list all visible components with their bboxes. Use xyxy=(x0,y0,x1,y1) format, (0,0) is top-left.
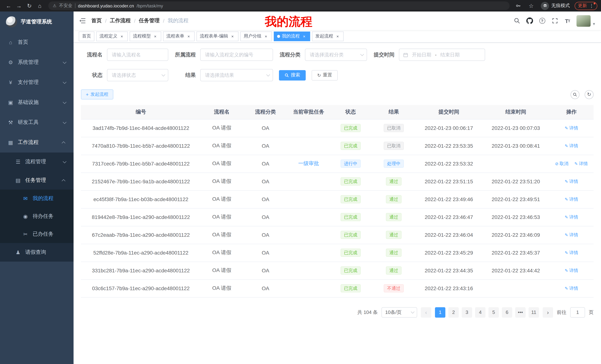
tab[interactable]: 首页 xyxy=(79,31,94,41)
tab[interactable]: 发起流程 × xyxy=(312,31,344,41)
toggle-search-button[interactable] xyxy=(571,90,580,99)
page-button[interactable]: 4 xyxy=(475,307,485,317)
breadcrumb-item[interactable]: 任务管理 xyxy=(139,18,160,24)
tab[interactable]: 流程定义 × xyxy=(96,31,128,41)
close-icon[interactable]: × xyxy=(230,34,235,39)
cell-result: 通过 xyxy=(372,244,415,262)
page-button[interactable]: 3 xyxy=(462,307,472,317)
tab[interactable]: 我的流程 × xyxy=(274,31,310,41)
page-button[interactable]: 5 xyxy=(489,307,499,317)
sidebar-item-todo-task[interactable]: ◉ 待办任务 xyxy=(0,207,74,225)
detail-link[interactable]: ✎详情 xyxy=(574,161,588,167)
page-button[interactable]: 11 xyxy=(529,307,539,317)
reset-button[interactable]: ↻ 重置 xyxy=(312,70,338,80)
bookmark-star-icon[interactable]: ☆ xyxy=(526,1,536,10)
sidebar-item-leave-query[interactable]: ♟ 请假查询 xyxy=(0,243,74,262)
fullscreen-icon[interactable] xyxy=(551,17,558,24)
sidebar-item-task-management[interactable]: ▤ 任务管理 xyxy=(0,171,74,190)
cancel-link[interactable]: ⊘取消 xyxy=(555,161,568,167)
tab-label: 用户分组 xyxy=(244,33,261,39)
close-icon[interactable]: × xyxy=(119,34,124,39)
app-logo[interactable]: 芋道管理系统 xyxy=(0,11,74,32)
detail-link[interactable]: ✎详情 xyxy=(565,179,578,185)
sidebar-item-done-task[interactable]: ✂ 已办任务 xyxy=(0,225,74,243)
cell-current-task xyxy=(288,190,329,208)
result-select[interactable]: 请选择流结果 xyxy=(200,69,273,81)
detail-icon: ✎ xyxy=(565,215,568,220)
detail-link[interactable]: ✎详情 xyxy=(565,232,578,238)
tab[interactable]: 流程模型 × xyxy=(130,31,161,41)
close-icon[interactable]: × xyxy=(335,34,340,39)
page-size-select[interactable]: 10条/页 xyxy=(381,307,417,317)
page-button[interactable]: 2 xyxy=(448,307,459,317)
close-icon[interactable]: × xyxy=(302,34,307,39)
tab[interactable]: 流程表单 × xyxy=(163,31,195,41)
detail-link[interactable]: ✎详情 xyxy=(565,250,578,256)
browser-actions: ☆ 无痕模式 更新 ⋮ xyxy=(513,1,597,10)
detail-link[interactable]: ✎详情 xyxy=(565,125,578,131)
task-link[interactable]: 一级审批 xyxy=(298,160,319,166)
result-tag: 已取消 xyxy=(384,142,404,150)
category-select[interactable]: 请选择流程分类 xyxy=(305,49,367,61)
search-button[interactable]: 搜索 xyxy=(279,70,306,80)
process-name-input[interactable] xyxy=(107,49,168,61)
cell-submit-time: 2022-01-22 23:44:35 xyxy=(415,262,482,279)
close-icon[interactable]: × xyxy=(153,34,158,39)
prev-page-button[interactable]: ‹ xyxy=(421,307,431,317)
submit-time-range-picker[interactable]: 开始日期 - 结束日期 xyxy=(399,49,485,61)
user-menu[interactable]: ▼ xyxy=(576,15,596,27)
sidebar-item-label: 支付管理 xyxy=(18,79,39,86)
sidebar-item-home[interactable]: ⌂ 首页 xyxy=(0,32,74,52)
result-tag: 已取消 xyxy=(384,124,404,132)
breadcrumb-item[interactable]: 工作流程 xyxy=(110,18,131,24)
reload-icon[interactable]: ↻ xyxy=(25,1,34,10)
result-label: 结果 xyxy=(174,72,196,78)
search-icon[interactable] xyxy=(513,17,521,24)
detail-link[interactable]: ✎详情 xyxy=(565,268,578,274)
detail-icon: ✎ xyxy=(565,250,568,255)
browser-menu-icon[interactable]: ⋮ xyxy=(589,3,594,8)
breadcrumb-item[interactable]: 首页 xyxy=(91,18,102,24)
forward-icon[interactable]: → xyxy=(14,1,24,10)
sidebar-item-label: 工作流程 xyxy=(18,139,39,146)
detail-link[interactable]: ✎详情 xyxy=(565,196,578,203)
sidebar-item-payment-management[interactable]: ¥ 支付管理 xyxy=(0,72,74,92)
cell-current-task xyxy=(288,279,329,297)
page-button[interactable]: 1 xyxy=(435,307,445,317)
sidebar-item-system-management[interactable]: ⚙ 系统管理 xyxy=(0,52,74,72)
cell-category: OA xyxy=(243,190,288,208)
help-icon[interactable]: ? xyxy=(539,17,546,24)
tab[interactable]: 用户分组 × xyxy=(240,31,272,41)
create-process-button[interactable]: + 发起流程 xyxy=(81,89,113,99)
eye-icon: ◉ xyxy=(22,213,29,219)
detail-link[interactable]: ✎详情 xyxy=(565,214,578,220)
update-button[interactable]: 更新 ⋮ xyxy=(575,2,597,10)
breadcrumb-separator: / xyxy=(134,18,136,24)
password-key-icon[interactable] xyxy=(513,1,523,10)
page-ellipsis[interactable]: ••• xyxy=(515,307,526,317)
detail-link[interactable]: ✎详情 xyxy=(565,285,578,292)
cell-process-id: 7317cec6-7b9b-11ec-b5b7-acde48001122 xyxy=(81,155,201,172)
sidebar-item-workflow[interactable]: ▦ 工作流程 xyxy=(0,133,74,153)
status-select[interactable]: 请选择状态 xyxy=(107,69,168,81)
github-icon[interactable] xyxy=(526,17,533,24)
close-icon[interactable]: × xyxy=(186,34,191,39)
back-icon[interactable]: ← xyxy=(4,1,13,10)
hamburger-icon[interactable] xyxy=(74,11,91,30)
sidebar-item-process-management[interactable]: ☰ 流程管理 xyxy=(0,153,74,171)
page-button[interactable]: 6 xyxy=(502,307,512,317)
home-icon[interactable]: ⌂ xyxy=(35,1,45,10)
close-icon[interactable]: × xyxy=(263,34,269,39)
refresh-table-button[interactable]: ↻ xyxy=(585,90,594,99)
detail-link[interactable]: ✎详情 xyxy=(565,143,578,149)
address-bar[interactable]: ⚠ 不安全 dashboard.yudao.iocoder.cn /bpm/ta… xyxy=(48,1,510,10)
next-page-button[interactable]: › xyxy=(543,307,553,317)
goto-page-input[interactable] xyxy=(570,307,585,317)
font-size-icon[interactable]: TT xyxy=(564,17,571,24)
sidebar-item-my-process[interactable]: ✉ 我的流程 xyxy=(0,190,74,207)
status-tag: 已完成 xyxy=(341,177,361,185)
sidebar-item-infrastructure[interactable]: ▣ 基础设施 xyxy=(0,92,74,112)
sidebar-item-dev-tools[interactable]: ⚒ 研发工具 xyxy=(0,112,74,133)
tab[interactable]: 流程表单-编辑 × xyxy=(197,31,239,41)
process-definition-input[interactable] xyxy=(200,49,273,61)
